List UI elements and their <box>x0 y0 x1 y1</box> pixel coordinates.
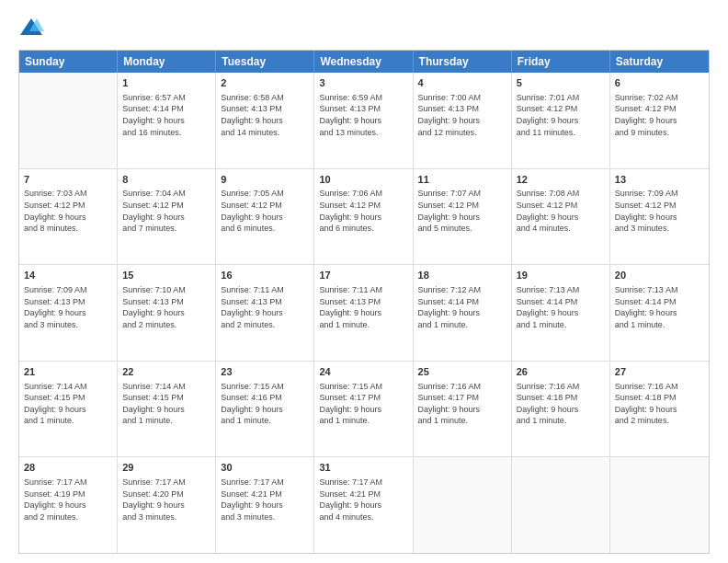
day-cell-27: 27Sunrise: 7:16 AM Sunset: 4:18 PM Dayli… <box>610 362 709 457</box>
day-cell-18: 18Sunrise: 7:12 AM Sunset: 4:14 PM Dayli… <box>414 265 512 361</box>
day-cell-4: 4Sunrise: 7:00 AM Sunset: 4:13 PM Daylig… <box>414 73 512 168</box>
day-number: 19 <box>517 269 605 282</box>
day-number: 22 <box>122 365 210 379</box>
day-number: 17 <box>319 269 407 282</box>
day-cell-20: 20Sunrise: 7:13 AM Sunset: 4:14 PM Dayli… <box>610 265 709 361</box>
day-number: 18 <box>418 269 506 282</box>
day-number: 24 <box>319 365 407 379</box>
day-info: Sunrise: 7:09 AM Sunset: 4:12 PM Dayligh… <box>615 188 704 234</box>
day-cell-29: 29Sunrise: 7:17 AM Sunset: 4:20 PM Dayli… <box>118 457 216 553</box>
day-info: Sunrise: 6:57 AM Sunset: 4:14 PM Dayligh… <box>122 92 210 138</box>
day-info: Sunrise: 7:10 AM Sunset: 4:13 PM Dayligh… <box>122 284 210 330</box>
day-info: Sunrise: 7:14 AM Sunset: 4:15 PM Dayligh… <box>24 381 112 427</box>
calendar-row-2: 7Sunrise: 7:03 AM Sunset: 4:12 PM Daylig… <box>19 168 709 265</box>
day-info: Sunrise: 6:59 AM Sunset: 4:13 PM Dayligh… <box>319 92 407 138</box>
calendar-row-4: 21Sunrise: 7:14 AM Sunset: 4:15 PM Dayli… <box>19 361 709 457</box>
day-number: 7 <box>24 173 112 187</box>
calendar: SundayMondayTuesdayWednesdayThursdayFrid… <box>18 50 710 554</box>
day-number: 26 <box>517 365 605 379</box>
calendar-row-1: 1Sunrise: 6:57 AM Sunset: 4:14 PM Daylig… <box>19 73 709 168</box>
day-info: Sunrise: 7:15 AM Sunset: 4:16 PM Dayligh… <box>221 381 309 427</box>
day-number: 30 <box>221 461 309 475</box>
day-cell-12: 12Sunrise: 7:08 AM Sunset: 4:12 PM Dayli… <box>512 169 610 265</box>
day-number: 20 <box>615 269 704 282</box>
day-header-tuesday: Tuesday <box>216 51 314 73</box>
day-info: Sunrise: 7:06 AM Sunset: 4:12 PM Dayligh… <box>319 188 407 234</box>
day-number: 12 <box>517 173 605 187</box>
calendar-row-3: 14Sunrise: 7:09 AM Sunset: 4:13 PM Dayli… <box>19 264 709 361</box>
day-info: Sunrise: 7:16 AM Sunset: 4:18 PM Dayligh… <box>517 381 605 427</box>
day-header-friday: Friday <box>512 51 610 73</box>
day-number: 10 <box>319 173 407 187</box>
day-cell-28: 28Sunrise: 7:17 AM Sunset: 4:19 PM Dayli… <box>19 457 118 553</box>
day-info: Sunrise: 7:01 AM Sunset: 4:12 PM Dayligh… <box>517 92 605 138</box>
day-info: Sunrise: 7:13 AM Sunset: 4:14 PM Dayligh… <box>615 284 704 330</box>
day-cell-3: 3Sunrise: 6:59 AM Sunset: 4:13 PM Daylig… <box>314 73 413 168</box>
day-number: 1 <box>122 76 210 90</box>
day-info: Sunrise: 6:58 AM Sunset: 4:13 PM Dayligh… <box>221 92 309 138</box>
day-cell-14: 14Sunrise: 7:09 AM Sunset: 4:13 PM Dayli… <box>19 265 118 361</box>
day-cell-8: 8Sunrise: 7:04 AM Sunset: 4:12 PM Daylig… <box>118 169 216 265</box>
day-cell-1: 1Sunrise: 6:57 AM Sunset: 4:14 PM Daylig… <box>118 73 216 168</box>
day-cell-11: 11Sunrise: 7:07 AM Sunset: 4:12 PM Dayli… <box>414 169 512 265</box>
logo-icon <box>18 15 44 40</box>
calendar-header: SundayMondayTuesdayWednesdayThursdayFrid… <box>19 51 709 73</box>
day-number: 4 <box>418 76 506 90</box>
day-cell-9: 9Sunrise: 7:05 AM Sunset: 4:12 PM Daylig… <box>216 169 314 265</box>
day-cell-21: 21Sunrise: 7:14 AM Sunset: 4:15 PM Dayli… <box>19 362 118 457</box>
day-number: 8 <box>122 173 210 187</box>
day-cell-24: 24Sunrise: 7:15 AM Sunset: 4:17 PM Dayli… <box>314 362 413 457</box>
day-cell-2: 2Sunrise: 6:58 AM Sunset: 4:13 PM Daylig… <box>216 73 314 168</box>
day-number: 25 <box>418 365 506 379</box>
header <box>18 15 710 40</box>
day-info: Sunrise: 7:09 AM Sunset: 4:13 PM Dayligh… <box>24 284 112 330</box>
day-number: 27 <box>615 365 704 379</box>
day-number: 15 <box>122 269 210 282</box>
day-info: Sunrise: 7:16 AM Sunset: 4:17 PM Dayligh… <box>418 381 506 427</box>
day-number: 21 <box>24 365 112 379</box>
day-cell-31: 31Sunrise: 7:17 AM Sunset: 4:21 PM Dayli… <box>314 457 413 553</box>
day-number: 2 <box>221 76 309 90</box>
day-info: Sunrise: 7:00 AM Sunset: 4:13 PM Dayligh… <box>418 92 506 138</box>
empty-cell <box>610 457 709 553</box>
logo <box>18 15 48 40</box>
day-info: Sunrise: 7:16 AM Sunset: 4:18 PM Dayligh… <box>615 381 704 427</box>
day-info: Sunrise: 7:02 AM Sunset: 4:12 PM Dayligh… <box>615 92 704 138</box>
day-cell-10: 10Sunrise: 7:06 AM Sunset: 4:12 PM Dayli… <box>314 169 413 265</box>
day-number: 6 <box>615 76 704 90</box>
day-header-wednesday: Wednesday <box>314 51 413 73</box>
day-number: 11 <box>418 173 506 187</box>
day-number: 29 <box>122 461 210 475</box>
day-number: 14 <box>24 269 112 282</box>
page: SundayMondayTuesdayWednesdayThursdayFrid… <box>0 0 728 563</box>
day-info: Sunrise: 7:11 AM Sunset: 4:13 PM Dayligh… <box>319 284 407 330</box>
day-info: Sunrise: 7:13 AM Sunset: 4:14 PM Dayligh… <box>517 284 605 330</box>
day-info: Sunrise: 7:17 AM Sunset: 4:21 PM Dayligh… <box>319 477 407 523</box>
day-info: Sunrise: 7:12 AM Sunset: 4:14 PM Dayligh… <box>418 284 506 330</box>
day-cell-19: 19Sunrise: 7:13 AM Sunset: 4:14 PM Dayli… <box>512 265 610 361</box>
day-info: Sunrise: 7:05 AM Sunset: 4:12 PM Dayligh… <box>221 188 309 234</box>
day-cell-30: 30Sunrise: 7:17 AM Sunset: 4:21 PM Dayli… <box>216 457 314 553</box>
empty-cell <box>414 457 512 553</box>
day-info: Sunrise: 7:11 AM Sunset: 4:13 PM Dayligh… <box>221 284 309 330</box>
day-cell-13: 13Sunrise: 7:09 AM Sunset: 4:12 PM Dayli… <box>610 169 709 265</box>
day-info: Sunrise: 7:17 AM Sunset: 4:19 PM Dayligh… <box>24 477 112 523</box>
day-number: 13 <box>615 173 704 187</box>
day-number: 23 <box>221 365 309 379</box>
day-info: Sunrise: 7:17 AM Sunset: 4:21 PM Dayligh… <box>221 477 309 523</box>
empty-cell <box>19 73 118 168</box>
day-number: 16 <box>221 269 309 282</box>
day-info: Sunrise: 7:14 AM Sunset: 4:15 PM Dayligh… <box>122 381 210 427</box>
day-cell-26: 26Sunrise: 7:16 AM Sunset: 4:18 PM Dayli… <box>512 362 610 457</box>
day-cell-7: 7Sunrise: 7:03 AM Sunset: 4:12 PM Daylig… <box>19 169 118 265</box>
day-info: Sunrise: 7:07 AM Sunset: 4:12 PM Dayligh… <box>418 188 506 234</box>
day-cell-16: 16Sunrise: 7:11 AM Sunset: 4:13 PM Dayli… <box>216 265 314 361</box>
day-info: Sunrise: 7:08 AM Sunset: 4:12 PM Dayligh… <box>517 188 605 234</box>
day-cell-25: 25Sunrise: 7:16 AM Sunset: 4:17 PM Dayli… <box>414 362 512 457</box>
day-number: 31 <box>319 461 407 475</box>
calendar-row-5: 28Sunrise: 7:17 AM Sunset: 4:19 PM Dayli… <box>19 456 709 553</box>
day-cell-23: 23Sunrise: 7:15 AM Sunset: 4:16 PM Dayli… <box>216 362 314 457</box>
day-info: Sunrise: 7:03 AM Sunset: 4:12 PM Dayligh… <box>24 188 112 234</box>
day-header-thursday: Thursday <box>414 51 512 73</box>
day-number: 28 <box>24 461 112 475</box>
